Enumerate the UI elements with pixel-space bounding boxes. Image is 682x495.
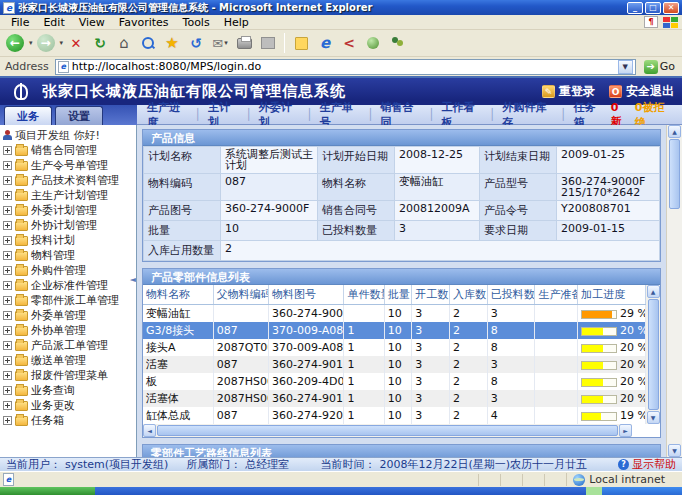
back-dropdown[interactable]: ▾ [29, 39, 33, 47]
sidebar-item-outsource-order[interactable]: 外委单管理 [3, 308, 136, 323]
column-header[interactable]: 父物料编码 [213, 285, 268, 305]
sidebar-item-sales-contract[interactable]: 销售合同管理 [3, 143, 136, 158]
expand-icon[interactable] [3, 236, 12, 245]
back-button[interactable]: ← [4, 32, 26, 54]
column-header[interactable]: 批量 [384, 285, 412, 305]
column-header[interactable]: 开工数 [412, 285, 450, 305]
table-row[interactable]: 缸体总成 087 360-274-9200F 1 10 3 2 4 19 % [143, 407, 646, 424]
table-row-selected[interactable]: G3/8接头 087 370-009-A0840 1 10 3 2 8 20 % [143, 322, 646, 339]
column-header[interactable]: 物料名称 [143, 285, 213, 305]
minimize-button[interactable]: _ [627, 2, 643, 14]
expand-icon[interactable] [3, 206, 12, 215]
sidebar-item-coop-plan[interactable]: 外协计划管理 [3, 218, 136, 233]
taskbar-item[interactable] [586, 487, 602, 495]
sidebar-item-material[interactable]: 物料管理 [3, 248, 136, 263]
addon-icon[interactable]: ¶ [644, 16, 658, 28]
refresh-icon[interactable]: ↻ [89, 32, 111, 54]
tab-business[interactable]: 业务 [4, 106, 52, 125]
close-button[interactable]: ✕ [663, 2, 679, 14]
scroll-thumb[interactable] [669, 139, 680, 209]
table-row[interactable]: 活塞体 2087HS002 360-274-9011W 1 10 3 2 3 2… [143, 390, 646, 407]
mail-icon[interactable]: ✉▾ [209, 32, 231, 54]
expand-icon[interactable] [3, 266, 12, 275]
expand-icon[interactable] [3, 251, 12, 260]
sidebar-collapse-handle[interactable]: ◄ [130, 275, 136, 284]
expand-icon[interactable] [3, 281, 12, 290]
column-header[interactable]: 单件数量 [344, 285, 384, 305]
start-button[interactable] [0, 487, 95, 495]
expand-icon[interactable] [3, 176, 12, 185]
show-help-link[interactable]: ? 显示帮助 [618, 457, 676, 472]
column-header[interactable]: 生产准备 [535, 285, 578, 305]
download-tool-icon[interactable]: < [338, 32, 360, 54]
scroll-right-icon[interactable]: ► [619, 424, 632, 437]
expand-icon[interactable] [3, 146, 12, 155]
tab-settings[interactable]: 设置 [55, 106, 103, 125]
sidebar-item-scrap[interactable]: 报废件管理菜单 [3, 368, 136, 383]
forward-dropdown[interactable]: ▾ [60, 39, 64, 47]
scroll-down-icon[interactable]: ▼ [647, 411, 660, 424]
favorites-icon[interactable]: ★ [161, 32, 183, 54]
table-row[interactable]: 接头A 2087QT002 370-009-A0850 1 10 3 2 8 2… [143, 339, 646, 356]
sidebar-item-outsource-plan[interactable]: 外委计划管理 [3, 203, 136, 218]
menu-edit[interactable]: Edit [36, 16, 71, 29]
address-input[interactable] [72, 60, 618, 73]
expand-icon[interactable] [3, 386, 12, 395]
column-header[interactable]: 物料图号 [269, 285, 344, 305]
table-row[interactable]: 活塞 087 360-274-9010F 1 10 3 2 3 20 % [143, 356, 646, 373]
column-header[interactable]: 加工进度 [578, 285, 646, 305]
scroll-up-icon[interactable]: ▲ [668, 125, 681, 138]
sidebar-item-product-dispatch[interactable]: 产品派工单管理 [3, 338, 136, 353]
ie-icon[interactable]: e [314, 32, 336, 54]
expand-icon[interactable] [3, 326, 12, 335]
home-icon[interactable]: ⌂ [113, 32, 135, 54]
column-header[interactable]: 入库数 [449, 285, 487, 305]
table-horizontal-scrollbar[interactable]: ◄ ► [143, 424, 632, 437]
address-field[interactable]: e ▼ [55, 59, 636, 75]
maximize-button[interactable]: □ [645, 2, 661, 14]
edit-icon[interactable] [257, 32, 279, 54]
table-vertical-scrollbar[interactable]: ▲ ▼ [646, 285, 660, 424]
table-row[interactable]: 变幅油缸 360-274-9000F 10 3 2 3 29 % [143, 305, 646, 323]
expand-icon[interactable] [3, 356, 12, 365]
sidebar-item-tech-data[interactable]: 产品技术资料管理 [3, 173, 136, 188]
sidebar-item-coop-order[interactable]: 外协单管理 [3, 323, 136, 338]
expand-icon[interactable] [3, 161, 12, 170]
notes-icon[interactable] [290, 32, 312, 54]
sidebar-item-delivery[interactable]: 缴送单管理 [3, 353, 136, 368]
sidebar-item-business-query[interactable]: 业务查询 [3, 383, 136, 398]
sidebar-item-task-box[interactable]: 任务箱 [3, 413, 136, 428]
sidebar-item-master-plan[interactable]: 主生产计划管理 [3, 188, 136, 203]
expand-icon[interactable] [3, 371, 12, 380]
sidebar-item-order-number[interactable]: 生产令号单管理 [3, 158, 136, 173]
menu-tools[interactable]: Tools [176, 16, 217, 29]
expand-icon[interactable] [3, 221, 12, 230]
history-icon[interactable]: ↺ [185, 32, 207, 54]
expand-icon[interactable] [3, 416, 12, 425]
expand-icon[interactable] [3, 191, 12, 200]
sidebar-item-purchased[interactable]: 外购件管理 [3, 263, 136, 278]
scroll-thumb[interactable] [157, 425, 618, 436]
forward-button[interactable]: → [35, 32, 57, 54]
menu-favorites[interactable]: Favorites [112, 16, 176, 29]
scroll-down-icon[interactable]: ▼ [668, 444, 681, 457]
expand-icon[interactable] [3, 341, 12, 350]
sidebar-item-part-dispatch[interactable]: 零部件派工单管理 [3, 293, 136, 308]
sidebar-item-business-change[interactable]: 业务更改 [3, 398, 136, 413]
expand-icon[interactable] [3, 401, 12, 410]
logout-button[interactable]: O 安全退出 [609, 83, 674, 100]
table-row[interactable]: 板 2087HS002 360-209-4D010 1 10 3 2 8 20 … [143, 373, 646, 390]
scroll-up-icon[interactable]: ▲ [647, 285, 660, 298]
address-dropdown-icon[interactable]: ▼ [618, 60, 633, 74]
expand-icon[interactable] [3, 296, 12, 305]
print-icon[interactable] [233, 32, 255, 54]
scroll-left-icon[interactable]: ◄ [143, 424, 156, 437]
sidebar-item-feed-plan[interactable]: 投料计划 [3, 233, 136, 248]
search-icon[interactable] [137, 32, 159, 54]
sidebar-item-standard-parts[interactable]: 企业标准件管理 [3, 278, 136, 293]
relogin-button[interactable]: ✎ 重登录 [542, 83, 595, 100]
expand-icon[interactable] [3, 311, 12, 320]
page-vertical-scrollbar[interactable]: ▲ ▼ [666, 125, 682, 457]
menu-file[interactable]: File [4, 16, 36, 29]
scroll-thumb[interactable] [648, 299, 659, 410]
